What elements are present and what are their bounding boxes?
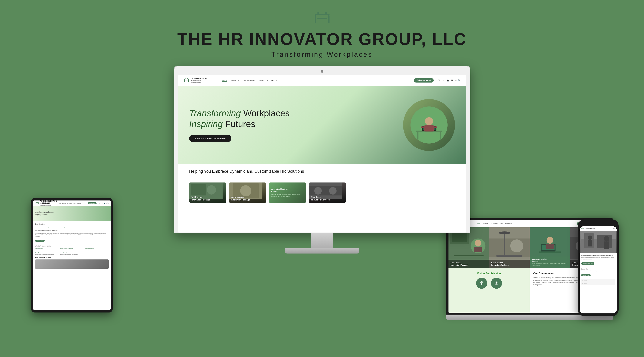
phone-blog-image	[580, 231, 617, 253]
desktop-hero: Transforming Workplaces Inspiring Future…	[178, 86, 466, 164]
hero-person-silhouette	[403, 99, 455, 151]
company-tagline: Transforming Workplaces	[271, 51, 372, 59]
tablet-services-heading: Get a Holistic Transformation of your HR…	[35, 230, 108, 231]
phone-logo-text: THE HR INNOVATOR GROUP	[585, 228, 596, 229]
svg-point-90	[588, 235, 592, 240]
phone-blog-content: Boosting Morale Through Effective Techno…	[580, 253, 617, 268]
nav-link-news[interactable]: News	[258, 79, 264, 82]
email-icon: ✉	[455, 79, 456, 82]
solutions-text: Helping You Embrace Dynamic and Customiz…	[189, 169, 304, 174]
laptop-nav-home[interactable]: Home	[477, 223, 480, 224]
tablet-tab-3[interactable]: Customizable Retainer	[67, 226, 78, 228]
phone-blog-text: In today's rapidly evolving business lan…	[581, 257, 615, 260]
nav-link-contact[interactable]: Contact Us	[268, 79, 278, 82]
phone-email-input[interactable]: Your email...	[581, 282, 615, 285]
monitor-screen: THE HR INNOVATORGROUP, LLCTransforming W…	[178, 75, 466, 233]
laptop-vision-section: Vision And Mission	[448, 268, 530, 313]
desktop-nav-links: Home About Us Our Services News Contact …	[222, 79, 278, 82]
svg-rect-26	[421, 127, 425, 128]
laptop-service-desc-3: Allowing you to choose specific HR solut…	[532, 263, 568, 266]
tablet-aim-section: What We Aim to Achieve Optimize Processe…	[35, 245, 108, 251]
svg-rect-89	[604, 241, 609, 249]
svg-point-54	[499, 231, 510, 234]
tablet-aim-item-6	[84, 252, 108, 255]
desktop-service-card-4[interactable]: A La CarteInnovation Services	[309, 182, 346, 203]
tablet-how-image	[35, 259, 108, 269]
tablet-nav-icons: 𝕏fin📷✉🔍	[99, 202, 108, 204]
tablet-device: THE HR INNOVATORGROUP, LLCTransforming W…	[31, 198, 113, 312]
desktop-monitor: THE HR INNOVATORGROUP, LLCTransforming W…	[174, 66, 470, 253]
phone-schedule-section: Contact Us Schedule a call or reach out …	[580, 268, 617, 278]
svg-rect-20	[417, 132, 418, 139]
laptop-nav-news[interactable]: News	[500, 223, 503, 224]
tablet-tab-2[interactable]: Basic Service Innovation Package	[50, 226, 66, 228]
svg-rect-12	[184, 79, 189, 79]
phone-read-more-btn[interactable]: Read More on the Blog	[581, 262, 594, 265]
svg-rect-2	[328, 16, 330, 23]
desktop-service-card-2[interactable]: Basic ServiceInnovation Package	[229, 182, 266, 203]
svg-point-36	[314, 187, 322, 195]
twitter-icon: 𝕏	[438, 79, 440, 82]
svg-rect-15	[185, 80, 188, 81]
phone-schedule-btn[interactable]: Schedule a Call	[581, 274, 591, 276]
svg-point-37	[329, 187, 336, 195]
tablet-tab-1[interactable]: Full Service Innovation Package	[35, 226, 50, 228]
svg-rect-21	[440, 132, 441, 139]
svg-rect-78	[581, 228, 584, 228]
tablet-aim-row2: Ensure Compliance Stay current with empl…	[35, 252, 108, 255]
tablet-screen: THE HR INNOVATORGROUP, LLCTransforming W…	[33, 200, 111, 310]
svg-rect-80	[583, 228, 584, 229]
nav-link-services[interactable]: Our Services	[243, 79, 255, 82]
tablet-aim-grid: Optimize Processes Streamline and improv…	[35, 248, 108, 251]
laptop-nav-about[interactable]: About Us	[482, 223, 488, 224]
nav-link-home[interactable]: Home	[222, 79, 227, 82]
phone-schedule-title: Contact Us	[581, 268, 615, 270]
tablet-nav-links: HomeAbout UsOur ServicesNewsContact Us	[58, 203, 81, 204]
tablet-tab-4[interactable]: A La Carte	[78, 226, 84, 228]
vision-icon-2	[491, 278, 502, 289]
tablet-aim-item-5: Develop Leadership Build strong leaders …	[60, 252, 84, 255]
svg-point-88	[604, 236, 609, 241]
laptop-nav-contact[interactable]: Contact Us	[506, 223, 512, 224]
svg-rect-91	[588, 240, 592, 246]
phone-screen: THE HR INNOVATOR GROUP Home	[580, 226, 617, 313]
tablet-tabs: Full Service Innovation Package Basic Se…	[35, 226, 108, 228]
desktop-solutions-banner: Helping You Embrace Dynamic and Customiz…	[178, 164, 466, 179]
svg-point-49	[474, 240, 481, 246]
header-section: THE HR INNOVATOR GROUP, LLC Transforming…	[177, 0, 467, 59]
laptop-nav-services[interactable]: Our Services	[490, 223, 498, 224]
desktop-hero-btn[interactable]: Schedule a Free Consultation	[189, 135, 231, 142]
laptop-vision-icons	[476, 278, 502, 289]
desktop-service-card-3[interactable]: Innovative RetainerSolution Allowing you…	[269, 182, 306, 203]
tablet-how-section: How We Work Together	[35, 257, 108, 269]
desktop-service-card-1[interactable]: Full ServiceInnovation Package	[189, 182, 226, 203]
tablet-services-btn[interactable]: Schedule a Call	[35, 240, 45, 242]
svg-rect-8	[38, 202, 38, 204]
tablet-aim-title: What We Aim to Achieve	[35, 245, 108, 247]
svg-point-56	[510, 239, 523, 252]
desktop-hero-text: Transforming Workplaces Inspiring Future…	[189, 108, 396, 142]
svg-rect-59	[539, 251, 561, 253]
svg-rect-16	[185, 79, 185, 79]
search-icon[interactable]: 🔍	[458, 79, 460, 82]
laptop-service-label-3: Innovative RetainerSolution	[532, 258, 568, 262]
desktop-hero-title: Transforming Workplaces Inspiring Future…	[189, 108, 396, 129]
svg-rect-63	[546, 244, 554, 249]
laptop-service-label-1: Full ServiceInnovation Package	[451, 261, 487, 266]
laptop-service-card-3[interactable]: Innovative RetainerSolution Allowing you…	[530, 227, 570, 268]
phone-device: THE HR INNOVATOR GROUP Home	[578, 219, 618, 316]
desktop-nav: THE HR INNOVATORGROUP, LLCTransforming W…	[178, 75, 466, 86]
phone-input-placeholder[interactable]: Your name...	[581, 279, 615, 282]
tablet-aim-grid-2: Ensure Compliance Stay current with empl…	[35, 252, 108, 255]
tablet-nav-cta[interactable]: Schedule a Call	[88, 202, 96, 204]
svg-rect-11	[38, 202, 38, 202]
tablet-services-title: Our Services	[35, 223, 108, 225]
linkedin-icon: in	[444, 79, 445, 82]
nav-link-about[interactable]: About Us	[231, 79, 239, 82]
tablet-nav: THE HR INNOVATORGROUP, LLCTransforming W…	[33, 200, 111, 206]
monitor-stand-neck	[311, 233, 333, 248]
desktop-nav-cta[interactable]: Schedule a Call	[414, 78, 434, 83]
tablet-services-body: At HR Innovator Group, our mission is to…	[35, 233, 108, 237]
laptop-service-card-2[interactable]: Basic ServiceInnovation Package	[489, 227, 530, 268]
svg-rect-3	[317, 18, 327, 19]
